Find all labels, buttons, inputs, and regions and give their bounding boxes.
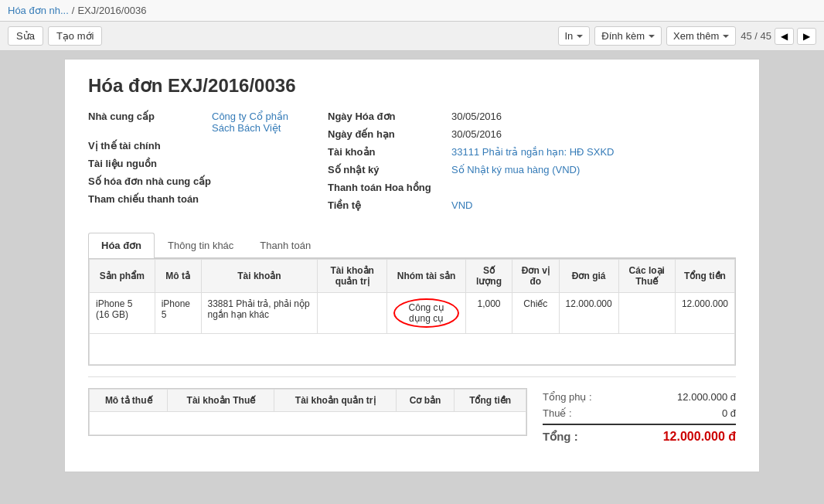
- cell-tax: [618, 293, 675, 334]
- grand-total-label: Tổng :: [543, 430, 578, 444]
- subtotal-value: 12.000.000 đ: [651, 391, 736, 403]
- print-label: In: [565, 30, 574, 42]
- new-button[interactable]: Tạo mới: [48, 26, 103, 46]
- info-row-source: Tài liệu nguồn: [88, 158, 305, 169]
- info-row-account: Tài khoản 33111 Phải trả ngắn hạn: HĐ SX…: [328, 146, 736, 158]
- info-row-financial: Vị thế tài chính: [88, 140, 305, 152]
- next-button[interactable]: ▶: [797, 28, 816, 45]
- info-left: Nhà cung cấp Công ty Cổ phần Sách Bách V…: [88, 111, 305, 217]
- currency-label: Tiền tệ: [328, 199, 451, 211]
- invoice-date-label: Ngày Hóa đơn: [328, 111, 451, 122]
- tax-header-row: Mô tả thuế Tài khoản Thuế Tài khoản quản…: [90, 390, 526, 412]
- cell-description: iPhone 5: [155, 293, 201, 334]
- cell-account: 33881 Phải trả, phải nộp ngắn hạn khác: [201, 293, 318, 334]
- due-date-value: 30/05/2016: [451, 128, 502, 140]
- table-header-row: Sản phẩm Mô tả Tài khoản Tài khoản quản …: [90, 260, 735, 293]
- tax-table-section: Mô tả thuế Tài khoản Thuế Tài khoản quản…: [88, 388, 527, 436]
- financial-label: Vị thế tài chính: [88, 140, 212, 152]
- cell-total: 12.000.000: [675, 293, 734, 334]
- view-more-caret-icon: [723, 35, 729, 38]
- tax-col-mgmt-account: Tài khoản quản trị: [274, 390, 397, 412]
- supplier-value: Công ty Cổ phần Sách Bách Việt: [212, 111, 305, 134]
- table-empty-row: [90, 334, 735, 365]
- invoice-date-value: 30/05/2016: [451, 111, 502, 122]
- subtotal-label: Tổng phụ :: [543, 391, 592, 403]
- attach-button[interactable]: Đính kèm: [594, 26, 662, 46]
- info-row-journal: Số nhật ký Số Nhật ký mua hàng (VND): [328, 164, 736, 175]
- journal-label: Số nhật ký: [328, 164, 451, 175]
- account-label: Tài khoản: [328, 146, 451, 158]
- asset-group-circled: Công cụ dụng cụ: [393, 298, 459, 328]
- info-section: Nhà cung cấp Công ty Cổ phần Sách Bách V…: [88, 111, 736, 217]
- col-unit: Đơn vị đo: [512, 260, 560, 293]
- totals-section: Tổng phụ : 12.000.000 đ Thuế : 0 đ Tổng …: [543, 388, 736, 448]
- cell-product: iPhone 5 (16 GB): [90, 293, 155, 334]
- print-caret-icon: [577, 35, 583, 38]
- info-row-invoice-date: Ngày Hóa đơn 30/05/2016: [328, 111, 736, 122]
- table-row: iPhone 5 (16 GB) iPhone 5 33881 Phải trả…: [90, 293, 735, 334]
- pagination-current: 45 / 45: [741, 30, 771, 42]
- cell-unit-price: 12.000.000: [559, 293, 618, 334]
- col-account: Tài khoản: [201, 260, 318, 293]
- source-label: Tài liệu nguồn: [88, 158, 212, 169]
- cell-unit: Chiếc: [512, 293, 560, 334]
- info-right: Ngày Hóa đơn 30/05/2016 Ngày đến hạn 30/…: [328, 111, 736, 217]
- invoice-title: Hóa đơn EXJ/2016/0036: [88, 75, 736, 97]
- prev-button[interactable]: ◀: [775, 28, 794, 45]
- tax-col-total: Tổng tiền: [455, 390, 526, 412]
- info-row-currency: Tiền tệ VND: [328, 199, 736, 211]
- tax-table: Mô tả thuế Tài khoản Thuế Tài khoản quản…: [89, 389, 526, 435]
- cell-asset-group: Công cụ dụng cụ: [387, 293, 466, 334]
- supplier-invoice-label: Số hóa đơn nhà cung cấp: [88, 175, 212, 187]
- currency-link[interactable]: VND: [451, 199, 472, 211]
- payment-ref-label: Tham chiếu thanh toán: [88, 193, 212, 205]
- cell-mgmt-account: [318, 293, 387, 334]
- tax-label: Thuế :: [543, 407, 572, 419]
- view-more-label: Xem thêm: [673, 30, 719, 42]
- supplier-link[interactable]: Công ty Cổ phần Sách Bách Việt: [212, 111, 288, 134]
- grand-total-row: Tổng : 12.000.000 đ: [543, 424, 736, 444]
- tax-row: Thuế : 0 đ: [543, 407, 736, 419]
- journal-value: Số Nhật ký mua hàng (VND): [451, 164, 580, 175]
- bottom-area: Mô tả thuế Tài khoản Thuế Tài khoản quản…: [88, 388, 736, 448]
- breadcrumb: Hóa đơn nh... / EXJ/2016/0036: [8, 5, 146, 16]
- supplier-label: Nhà cung cấp: [88, 111, 212, 122]
- tax-col-account: Tài khoản Thuế: [168, 390, 274, 412]
- invoice-table-section: Sản phẩm Mô tả Tài khoản Tài khoản quản …: [88, 258, 736, 366]
- col-asset-group: Nhóm tài sản: [387, 260, 466, 293]
- tab-other-info[interactable]: Thông tin khác: [155, 233, 247, 257]
- col-description: Mô tả: [155, 260, 201, 293]
- tax-value: 0 đ: [651, 407, 736, 419]
- pagination: 45 / 45 ◀ ▶: [741, 28, 816, 45]
- print-button[interactable]: In: [558, 26, 591, 46]
- col-quantity: Số lượng: [465, 260, 512, 293]
- journal-link[interactable]: Số Nhật ký mua hàng (VND): [451, 164, 580, 175]
- tabs: Hóa đơn Thông tin khác Thanh toán: [88, 233, 736, 258]
- breadcrumb-separator: /: [72, 5, 75, 16]
- info-row-commission: Thanh toán Hoa hồng: [328, 182, 736, 193]
- cell-quantity: 1,000: [465, 293, 512, 334]
- tax-empty-row: [90, 412, 526, 435]
- view-more-button[interactable]: Xem thêm: [666, 26, 736, 46]
- tax-col-description: Mô tả thuế: [90, 390, 168, 412]
- tab-payment[interactable]: Thanh toán: [247, 233, 324, 257]
- account-link[interactable]: 33111 Phải trả ngắn hạn: HĐ SXKD: [451, 146, 615, 158]
- account-value: 33111 Phải trả ngắn hạn: HĐ SXKD: [451, 146, 615, 158]
- toolbar: Sửa Tạo mới In Đính kèm Xem thêm 45 / 45…: [0, 22, 824, 51]
- col-product: Sản phẩm: [90, 260, 155, 293]
- tab-invoice[interactable]: Hóa đơn: [88, 233, 155, 258]
- attach-caret-icon: [649, 35, 655, 38]
- breadcrumb-current: EXJ/2016/0036: [77, 5, 146, 16]
- col-tax-types: Các loại Thuế: [618, 260, 675, 293]
- main-content: Hóa đơn EXJ/2016/0036 Nhà cung cấp Công …: [64, 59, 760, 472]
- commission-label: Thanh toán Hoa hồng: [328, 182, 451, 193]
- edit-button[interactable]: Sửa: [8, 26, 43, 46]
- separator: [88, 376, 736, 377]
- grand-total-value: 12.000.000 đ: [651, 430, 736, 444]
- subtotal-row: Tổng phụ : 12.000.000 đ: [543, 391, 736, 403]
- col-unit-price: Đơn giá: [559, 260, 618, 293]
- attach-label: Đính kèm: [601, 30, 645, 42]
- tax-col-base: Cơ bản: [396, 390, 454, 412]
- info-row-supplier-invoice: Số hóa đơn nhà cung cấp: [88, 175, 305, 187]
- breadcrumb-parent[interactable]: Hóa đơn nh...: [8, 5, 69, 16]
